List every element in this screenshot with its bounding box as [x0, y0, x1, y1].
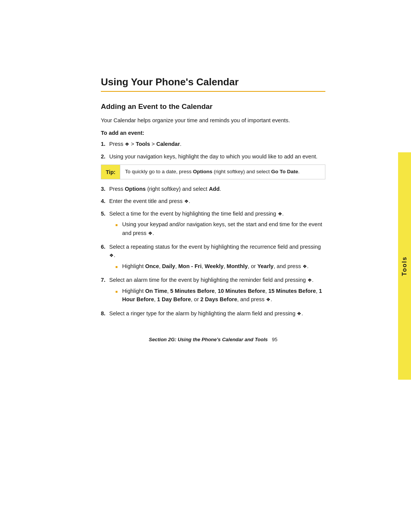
step-3-content: Press Options (right softkey) and select…: [109, 185, 325, 193]
step-6-once: Once: [145, 263, 159, 269]
step-5-sublist: ■ Using your keypad and/or navigation ke…: [109, 220, 325, 237]
step-4: 4. Enter the event title and press ❖.: [101, 197, 325, 205]
step-6-sub-1-text: Highlight Once, Daily, Mon - Fri, Weekly…: [122, 262, 309, 270]
steps-list-2: 3. Press Options (right softkey) and sel…: [101, 185, 325, 318]
step-7-number: 7.: [101, 276, 109, 284]
step-7-1day: 1 Day Before: [157, 296, 191, 302]
footer-page-number: 95: [272, 337, 277, 342]
step-3-number: 3.: [101, 185, 109, 193]
sub-bullet-7: ■: [115, 289, 119, 295]
tip-box: Tip: To quickly go to a date, press Opti…: [101, 165, 325, 179]
step-6-sublist: ■ Highlight Once, Daily, Mon - Fri, Week…: [109, 262, 325, 270]
step-8: 8. Select a ringer type for the alarm by…: [101, 309, 325, 318]
step-4-content: Enter the event title and press ❖.: [109, 197, 325, 205]
step-6-daily: Daily: [162, 263, 175, 269]
content-area: Using Your Phone's Calendar Adding an Ev…: [25, 0, 386, 388]
step-7-10min: 10 Minutes Before: [218, 288, 265, 294]
page-title: Using Your Phone's Calendar: [101, 76, 325, 88]
step-7-sub-1: ■ Highlight On Time, 5 Minutes Before, 1…: [109, 287, 325, 304]
step-6-weekly: Weekly: [205, 263, 224, 269]
nav-icon-8: ❖: [297, 310, 301, 318]
step-8-content: Select a ringer type for the alarm by hi…: [109, 309, 325, 318]
step-1-calendar: Calendar: [156, 141, 180, 147]
step-5-sub-1: ■ Using your keypad and/or navigation ke…: [109, 220, 325, 237]
step-2-number: 2.: [101, 152, 109, 161]
step-7-15min: 15 Minutes Before: [268, 288, 316, 294]
step-7-5min: 5 Minutes Before: [170, 288, 215, 294]
intro-text: Your Calendar helps organize your time a…: [101, 116, 325, 125]
step-1-number: 1.: [101, 140, 109, 148]
side-tab-label: Tools: [401, 256, 408, 276]
nav-icon-7: ❖: [307, 276, 312, 284]
step-1-tools: Tools: [136, 141, 150, 147]
step-6-number: 6.: [101, 243, 109, 251]
step-6-yearly: Yearly: [257, 263, 274, 269]
nav-icon-1: ❖: [125, 141, 129, 148]
sub-bullet-5: ■: [115, 222, 119, 228]
tip-options-bold: Options: [193, 169, 212, 174]
footer: Section 2G: Using the Phone's Calendar a…: [101, 333, 325, 342]
nav-icon-7b: ❖: [266, 296, 271, 304]
step-2-content: Using your navigation keys, highlight th…: [109, 152, 325, 161]
tip-label: Tip:: [101, 165, 120, 179]
step-5-number: 5.: [101, 209, 109, 218]
page-container: Tools Using Your Phone's Calendar Adding…: [0, 0, 411, 532]
step-6: 6. Select a repeating status for the eve…: [101, 243, 325, 272]
step-5: 5. Select a time for the event by highli…: [101, 209, 325, 239]
step-3: 3. Press Options (right softkey) and sel…: [101, 185, 325, 193]
step-3-options: Options: [125, 186, 146, 192]
step-6-monthly: Monthly: [227, 263, 248, 269]
step-1-content: Press ❖ > Tools > Calendar.: [109, 140, 325, 148]
tip-content: To quickly go to a date, press Options (…: [120, 165, 304, 179]
steps-list: 1. Press ❖ > Tools > Calendar. 2. Using …: [101, 140, 325, 161]
step-7-on-time: On Time: [145, 288, 167, 294]
nav-icon-6: ❖: [109, 252, 114, 259]
nav-icon-5b: ❖: [148, 230, 153, 237]
step-8-number: 8.: [101, 309, 109, 318]
step-5-content: Select a time for the event by highlight…: [109, 209, 325, 239]
step-2: 2. Using your navigation keys, highlight…: [101, 152, 325, 161]
nav-icon-5: ❖: [278, 210, 282, 218]
footer-section-label: Section 2G: Using the Phone's Calendar a…: [149, 337, 268, 342]
step-7-content: Select an alarm time for the event by hi…: [109, 276, 325, 305]
step-7-sublist: ■ Highlight On Time, 5 Minutes Before, 1…: [109, 287, 325, 304]
section-title: Adding an Event to the Calendar: [101, 102, 325, 111]
step-6-mon-fri: Mon - Fri: [178, 263, 202, 269]
to-add-label: To add an event:: [101, 130, 325, 136]
step-6-content: Select a repeating status for the event …: [109, 243, 325, 272]
title-underline: [101, 91, 325, 92]
step-7-2days: 2 Days Before: [201, 296, 237, 302]
nav-icon-4: ❖: [184, 198, 189, 205]
step-4-number: 4.: [101, 197, 109, 205]
sub-bullet-6: ■: [115, 264, 119, 270]
step-7: 7. Select an alarm time for the event by…: [101, 276, 325, 305]
step-1: 1. Press ❖ > Tools > Calendar.: [101, 140, 325, 148]
nav-icon-6b: ❖: [303, 263, 307, 270]
step-7-sub-1-text: Highlight On Time, 5 Minutes Before, 10 …: [122, 287, 325, 304]
tip-go-to-date-bold: Go To Date: [271, 169, 298, 174]
step-5-sub-1-text: Using your keypad and/or navigation keys…: [122, 220, 325, 237]
side-tab: Tools: [398, 152, 411, 380]
step-6-sub-1: ■ Highlight Once, Daily, Mon - Fri, Week…: [109, 262, 325, 270]
step-3-add: Add: [209, 186, 220, 192]
